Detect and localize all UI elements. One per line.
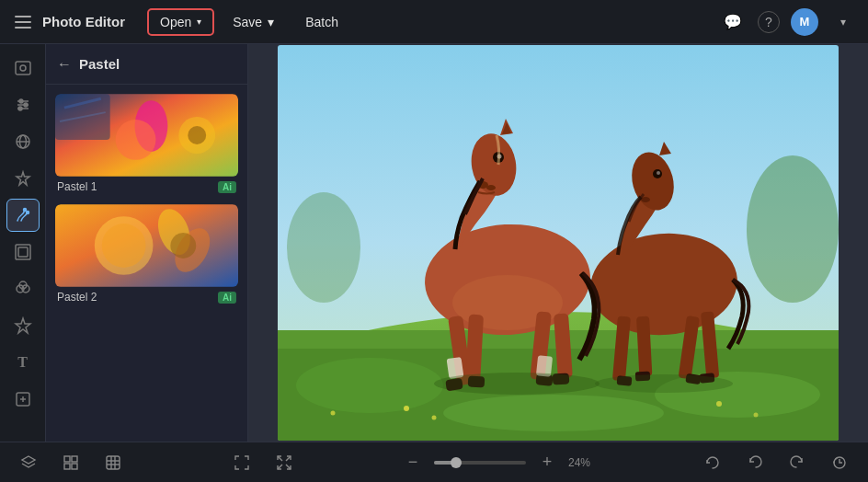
svg-point-34 bbox=[170, 233, 196, 258]
zoom-out-button[interactable]: − bbox=[399, 449, 427, 476]
save-button[interactable]: Save ▾ bbox=[222, 10, 285, 34]
tool-effects[interactable] bbox=[6, 199, 40, 232]
shrink-button[interactable] bbox=[270, 449, 298, 476]
preset-pastel2-label: Pastel 2 bbox=[57, 291, 97, 304]
svg-point-39 bbox=[296, 358, 443, 413]
tool-stickers[interactable] bbox=[6, 309, 40, 342]
svg-point-77 bbox=[432, 416, 437, 420]
zoom-track: − + 24% bbox=[399, 449, 598, 476]
expand-button[interactable] bbox=[228, 449, 256, 476]
open-label: Open bbox=[160, 15, 191, 29]
header: Photo Editor Open ▾ Save ▾ Batch 💬 ? M ▾ bbox=[0, 0, 868, 44]
svg-point-1 bbox=[20, 65, 26, 71]
preset-pastel1-thumb bbox=[55, 94, 238, 177]
tool-text[interactable]: T bbox=[6, 346, 40, 379]
svg-point-31 bbox=[102, 224, 146, 268]
preset-pastel1-ai-badge: Ai bbox=[218, 181, 236, 193]
body: T ← Pastel bbox=[0, 44, 868, 442]
svg-point-43 bbox=[287, 192, 360, 303]
svg-point-74 bbox=[434, 373, 600, 395]
preset-pastel1[interactable]: Pastel 1 Ai bbox=[55, 94, 238, 195]
open-button[interactable]: Open ▾ bbox=[147, 8, 214, 36]
header-right: 💬 ? M ▾ bbox=[719, 8, 857, 36]
preset-pastel1-label: Pastel 1 bbox=[57, 180, 97, 193]
zoom-slider[interactable] bbox=[434, 461, 526, 465]
svg-point-80 bbox=[331, 411, 336, 416]
svg-point-12 bbox=[26, 212, 29, 214]
menu-icon[interactable] bbox=[11, 12, 35, 32]
svg-line-94 bbox=[278, 465, 282, 469]
svg-point-23 bbox=[116, 120, 156, 160]
svg-rect-82 bbox=[64, 456, 70, 462]
layout-button[interactable] bbox=[57, 449, 85, 476]
chat-icon[interactable]: 💬 bbox=[719, 8, 747, 36]
svg-point-61 bbox=[486, 185, 496, 190]
app-title: Photo Editor bbox=[42, 14, 125, 29]
canvas-image bbox=[278, 45, 839, 441]
svg-point-5 bbox=[24, 103, 28, 107]
svg-marker-81 bbox=[22, 456, 35, 464]
panel-title: Pastel bbox=[79, 56, 120, 72]
open-chevron-icon: ▾ bbox=[197, 17, 201, 27]
svg-point-79 bbox=[754, 413, 759, 418]
svg-point-7 bbox=[18, 107, 22, 110]
zoom-in-button[interactable]: + bbox=[533, 449, 561, 476]
zoom-value: 24% bbox=[568, 456, 598, 469]
tool-adjust[interactable] bbox=[6, 88, 40, 121]
rotate-button[interactable] bbox=[699, 449, 726, 476]
tool-retouch[interactable] bbox=[6, 162, 40, 195]
grid-button[interactable] bbox=[99, 449, 127, 476]
svg-point-3 bbox=[19, 99, 23, 103]
save-chevron-icon: ▾ bbox=[268, 15, 274, 29]
svg-point-25 bbox=[188, 126, 206, 144]
panel: ← Pastel bbox=[46, 44, 248, 442]
avatar[interactable]: M bbox=[791, 8, 818, 36]
preset-pastel2-thumb bbox=[55, 204, 238, 287]
undo-button[interactable] bbox=[741, 449, 769, 476]
svg-point-41 bbox=[443, 395, 664, 431]
preset-pastel2-ai-badge: Ai bbox=[218, 292, 236, 304]
layers-button[interactable] bbox=[15, 449, 42, 476]
svg-rect-0 bbox=[16, 62, 30, 75]
preset-pastel1-label-row: Pastel 1 Ai bbox=[55, 177, 238, 195]
svg-rect-14 bbox=[18, 247, 28, 257]
tool-photo[interactable] bbox=[6, 52, 40, 85]
chevron-down-icon[interactable]: ▾ bbox=[829, 8, 857, 36]
svg-line-93 bbox=[286, 465, 291, 469]
svg-point-11 bbox=[23, 209, 26, 212]
panel-back-button[interactable]: ← bbox=[57, 56, 72, 73]
bottom-toolbar: − + 24% bbox=[0, 442, 868, 482]
tool-frames[interactable] bbox=[6, 235, 40, 269]
save-label: Save bbox=[233, 15, 262, 29]
history-button[interactable] bbox=[826, 449, 853, 476]
batch-label: Batch bbox=[305, 15, 338, 29]
svg-point-48 bbox=[657, 171, 660, 175]
preset-pastel2[interactable]: Pastel 2 Ai bbox=[55, 204, 238, 305]
svg-rect-85 bbox=[72, 464, 77, 469]
svg-point-42 bbox=[747, 155, 839, 303]
tool-export[interactable] bbox=[6, 383, 40, 416]
panel-header: ← Pastel bbox=[46, 44, 247, 85]
panel-content: Pastel 1 Ai bbox=[46, 85, 247, 315]
redo-button[interactable] bbox=[783, 449, 811, 476]
canvas-area bbox=[248, 44, 868, 442]
svg-rect-83 bbox=[72, 456, 77, 462]
tool-filter[interactable] bbox=[6, 125, 40, 158]
help-icon[interactable]: ? bbox=[758, 11, 780, 33]
left-toolbar: T bbox=[0, 44, 46, 442]
batch-button[interactable]: Batch bbox=[292, 10, 351, 34]
svg-point-78 bbox=[716, 401, 722, 407]
svg-point-75 bbox=[595, 374, 733, 393]
svg-rect-84 bbox=[64, 464, 70, 469]
preset-pastel2-label-row: Pastel 2 Ai bbox=[55, 287, 238, 305]
tool-overlays[interactable] bbox=[6, 272, 40, 305]
svg-line-91 bbox=[278, 456, 282, 461]
svg-point-76 bbox=[404, 406, 409, 411]
svg-line-92 bbox=[286, 456, 291, 461]
svg-rect-86 bbox=[107, 456, 120, 469]
